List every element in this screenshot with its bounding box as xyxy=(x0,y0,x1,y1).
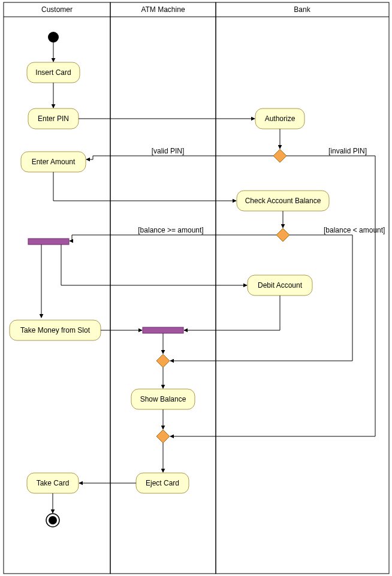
activity-insert-card: Insert Card xyxy=(27,62,80,83)
svg-point-25 xyxy=(49,516,57,524)
activity-debit-account: Debit Account xyxy=(248,275,312,295)
activity-authorize: Authorize xyxy=(255,108,304,129)
swimlane-header-customer: Customer xyxy=(41,5,73,14)
decision-balance xyxy=(276,228,290,242)
svg-text:Eject Card: Eject Card xyxy=(146,479,179,487)
svg-text:Take Card: Take Card xyxy=(37,479,70,487)
activity-enter-pin: Enter PIN xyxy=(28,108,79,129)
guard-balance-lt: [balance < amount] xyxy=(324,226,385,234)
decision-pin xyxy=(273,149,287,162)
svg-text:Enter PIN: Enter PIN xyxy=(38,114,69,123)
svg-text:Take Money from Slot: Take Money from Slot xyxy=(20,326,91,334)
final-node xyxy=(46,514,59,527)
swimlane-header-bank: Bank xyxy=(294,5,310,14)
guard-valid-pin: [valid PIN] xyxy=(152,147,185,155)
initial-node xyxy=(48,32,59,43)
svg-text:Authorize: Authorize xyxy=(265,114,295,123)
merge-2 xyxy=(156,430,170,443)
activity-check-balance: Check Account Balance xyxy=(237,191,329,211)
svg-text:Enter Amount: Enter Amount xyxy=(32,158,76,166)
activity-enter-amount: Enter Amount xyxy=(21,152,86,172)
activity-diagram: Customer ATM Machine Bank Insert Card En… xyxy=(0,0,392,576)
fork-bar xyxy=(28,239,69,245)
activity-eject-card: Eject Card xyxy=(136,473,189,493)
svg-text:Insert Card: Insert Card xyxy=(35,68,71,77)
join-bar xyxy=(143,327,183,333)
merge-1 xyxy=(156,354,170,367)
activity-take-money: Take Money from Slot xyxy=(10,320,101,340)
activity-show-balance: Show Balance xyxy=(131,389,195,409)
swimlane-header-atm: ATM Machine xyxy=(141,5,185,14)
guard-balance-ge: [balance >= amount] xyxy=(138,226,203,234)
activity-take-card: Take Card xyxy=(27,473,79,493)
svg-text:Check Account Balance: Check Account Balance xyxy=(245,197,321,205)
svg-text:Debit Account: Debit Account xyxy=(258,281,303,289)
svg-text:Show Balance: Show Balance xyxy=(140,395,186,403)
guard-invalid-pin: [invalid PIN] xyxy=(328,147,367,155)
edges xyxy=(41,43,375,513)
